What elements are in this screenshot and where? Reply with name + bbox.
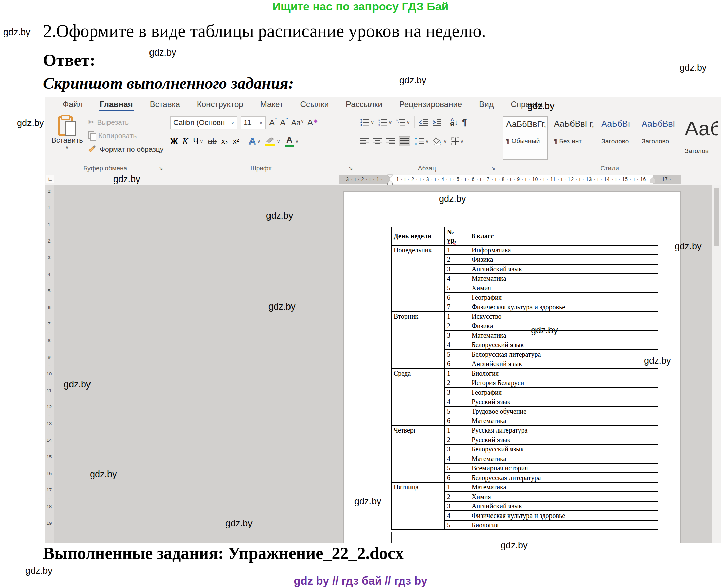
italic-button[interactable]: К xyxy=(183,136,188,146)
style-heading1[interactable]: АаБбВı Заголово... xyxy=(599,116,636,160)
chevron-down-icon: ∨ xyxy=(259,120,263,125)
tab-file[interactable]: Файл xyxy=(54,97,91,112)
h-ruler-right: 17 · xyxy=(653,175,681,184)
lesson-number-cell: 3 xyxy=(445,264,469,274)
justify-button[interactable] xyxy=(399,136,410,146)
schedule-table: День недели № ур. 8 класс Понедельник1Ин… xyxy=(391,227,658,530)
style-heading2[interactable]: АаБбВвГ Заголово... xyxy=(639,116,679,160)
font-name-combo[interactable]: Calibri (Основн ∨ xyxy=(170,116,237,129)
copy-button[interactable]: Копировать xyxy=(88,129,163,143)
v-ruler-tick: · xyxy=(48,229,50,237)
v-ruler-number: 5 xyxy=(48,287,50,295)
tab-view[interactable]: Вид xyxy=(470,97,502,112)
v-ruler-number: 17 xyxy=(47,486,52,494)
tab-layout[interactable]: Макет xyxy=(252,97,292,112)
svg-text:3: 3 xyxy=(378,124,380,126)
h-ruler-left: 3 · ı · 2 · ı · 1 · xyxy=(339,175,390,184)
clipboard-group-label: Буфер обмена xyxy=(45,165,166,172)
header-num: № ур. xyxy=(445,227,469,245)
scissors-icon: ✂ xyxy=(88,118,94,127)
watermark: gdz.by xyxy=(680,63,707,73)
copy-icon xyxy=(88,131,96,140)
align-center-button[interactable] xyxy=(373,138,382,145)
word-window: Файл Главная Вставка Конструктор Макет С… xyxy=(45,97,721,543)
watermark: gdz.by xyxy=(225,518,253,529)
tab-mailings[interactable]: Рассылки xyxy=(337,97,391,112)
styles-group: АаБбВвГг, ¶ Обычный АаБбВвГг, ¶ Без инт.… xyxy=(498,112,721,173)
document-page[interactable]: День недели № ур. 8 класс Понедельник1Ин… xyxy=(343,191,681,543)
watermark: gdz.by xyxy=(531,325,558,336)
vertical-scrollbar[interactable] xyxy=(712,185,721,543)
show-marks-button[interactable]: ¶ xyxy=(462,117,467,128)
h-ruler-main: 1 · ı · 2 · ı · 3 · ı · 4 · ı · 5 · ı · … xyxy=(390,175,653,184)
strikethrough-button[interactable]: ab xyxy=(208,137,217,146)
justify-icon xyxy=(400,138,409,145)
multilevel-list-button[interactable]: 1 a i ∨ xyxy=(396,118,410,126)
paste-button[interactable]: Вставить ∨ xyxy=(49,115,85,150)
change-case-button[interactable]: Aa∨ xyxy=(291,118,304,127)
v-ruler-number: 15 xyxy=(47,453,52,461)
lesson-number-cell: 3 xyxy=(445,387,469,397)
paragraph-dialog-launcher[interactable]: ↘ xyxy=(491,165,495,171)
clear-formatting-button[interactable]: A◆ xyxy=(307,118,318,127)
watermark: gdz.by xyxy=(266,211,293,221)
sort-button[interactable]: А Я ↓ xyxy=(450,117,458,127)
font-color-bar xyxy=(285,145,294,147)
highlight-button[interactable]: ∨ xyxy=(265,137,280,146)
shading-button[interactable]: ∨ xyxy=(433,137,447,145)
bullets-button[interactable]: ∨ xyxy=(360,118,374,126)
tab-references[interactable]: Ссылки xyxy=(292,97,338,112)
clipboard-group: Вставить ∨ ✂ Вырезать Копировать xyxy=(45,112,166,173)
style-title[interactable]: Ааб Заголов xyxy=(682,116,718,160)
underline-button[interactable]: Ч ∨ xyxy=(193,136,203,146)
align-right-button[interactable] xyxy=(386,138,395,145)
highlight-color-bar xyxy=(265,144,275,146)
v-ruler-tick: · xyxy=(48,295,50,303)
table-row: Вторник1Искусство xyxy=(391,312,658,321)
text-effects-button[interactable]: А ∨ xyxy=(249,136,260,147)
watermark: gdz.by xyxy=(3,27,31,38)
style-normal[interactable]: АаБбВвГг, ¶ Обычный xyxy=(503,116,548,160)
paragraph-group: ∨ 1 2 3 ∨ 1 a i ∨ xyxy=(356,112,498,173)
v-ruler-tick: · xyxy=(48,245,50,254)
numbering-button[interactable]: 1 2 3 ∨ xyxy=(378,118,392,126)
font-size-combo[interactable]: 11 ∨ xyxy=(241,116,266,129)
subscript-button[interactable]: x₂ xyxy=(221,137,228,146)
font-color-button[interactable]: А ∨ xyxy=(285,136,299,147)
lesson-number-cell: 6 xyxy=(445,359,469,369)
borders-button[interactable]: ∨ xyxy=(451,137,464,145)
superscript-button[interactable]: x² xyxy=(233,137,239,146)
tab-design[interactable]: Конструктор xyxy=(188,97,252,112)
document-canvas: 2·1·1·2·3·4·5·6·7·8·9·10·11·12·13·14·15·… xyxy=(45,185,721,543)
tab-selector[interactable]: ∟ xyxy=(46,175,54,183)
v-ruler-tick: · xyxy=(48,411,50,420)
lesson-name-cell: Физическая культура и здоровье xyxy=(469,511,658,520)
tab-insert[interactable]: Вставка xyxy=(141,97,188,112)
font-dialog-launcher[interactable]: ↘ xyxy=(348,165,353,171)
lesson-number-cell: 3 xyxy=(445,331,469,340)
lesson-name-cell: Физическая культура и здоровье xyxy=(469,302,658,312)
scrollbar-thumb[interactable] xyxy=(714,188,719,246)
grow-font-button[interactable]: Aˆ xyxy=(269,118,277,127)
lesson-number-cell: 2 xyxy=(445,378,469,387)
lesson-number-cell: 5 xyxy=(445,463,469,473)
v-ruler-number: 7 xyxy=(48,320,50,328)
format-painter-icon xyxy=(88,145,97,154)
multilevel-list-icon: 1 a i xyxy=(396,118,406,126)
tab-review[interactable]: Рецензирование xyxy=(391,97,470,112)
clipboard-dialog-launcher[interactable]: ↘ xyxy=(159,165,163,171)
v-ruler-number: 10 xyxy=(47,370,52,378)
style-no-spacing[interactable]: АаБбВвГг, ¶ Без инт... xyxy=(551,116,595,160)
shrink-font-button[interactable]: Aˇ xyxy=(280,118,287,127)
tab-home[interactable]: Главная xyxy=(91,97,141,112)
v-ruler-number: 4 xyxy=(48,270,50,278)
increase-indent-button[interactable] xyxy=(432,119,442,126)
format-painter-button[interactable]: Формат по образцу xyxy=(88,143,163,156)
chevron-down-icon[interactable]: ∨ xyxy=(49,145,85,150)
decrease-indent-button[interactable] xyxy=(419,119,428,126)
cut-button[interactable]: ✂ Вырезать xyxy=(88,115,163,129)
paint-bucket-icon xyxy=(433,137,442,145)
bold-button[interactable]: Ж xyxy=(170,136,178,146)
align-left-button[interactable] xyxy=(360,138,369,145)
line-spacing-button[interactable]: ∨ xyxy=(414,138,429,145)
